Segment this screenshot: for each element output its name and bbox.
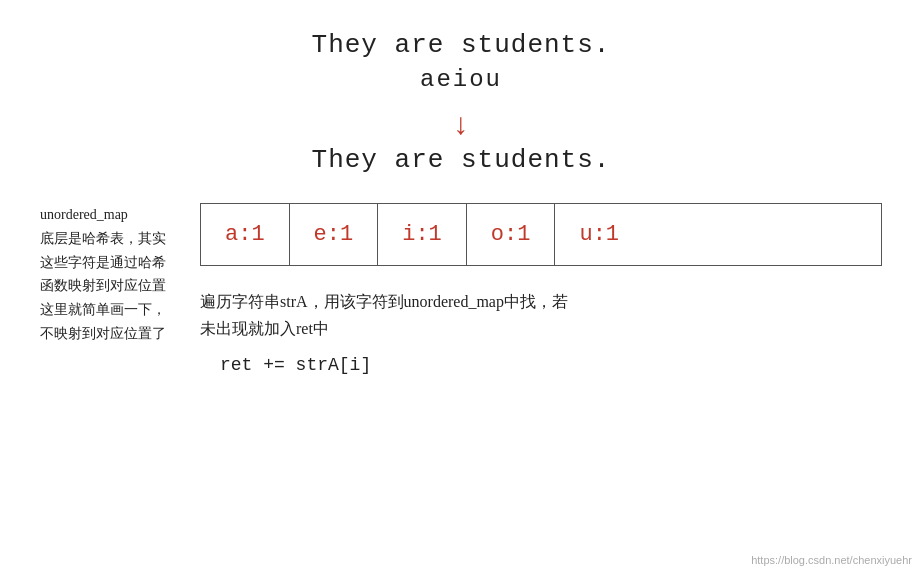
- sidebar-line5: 这里就简单画一下，: [40, 298, 180, 322]
- top-sentence: They are students.: [40, 30, 882, 60]
- sidebar-line4: 函数映射到对应位置: [40, 274, 180, 298]
- hash-cell-o: o:1: [467, 204, 556, 265]
- description-line1: 遍历字符串strA，用该字符到unordered_map中找，若: [200, 288, 882, 315]
- main-container: They are students. aeiou ↓ They are stud…: [0, 0, 922, 574]
- vowels-line: aeiou: [40, 66, 882, 93]
- watermark: https://blog.csdn.net/chenxiyuehr: [751, 554, 912, 566]
- hash-table-container: a:1 e:1 i:1 o:1 u:1 遍历字符串strA，用该字符到unord…: [200, 193, 882, 381]
- description-line2: 未出现就加入ret中: [200, 315, 882, 342]
- description-section: 遍历字符串strA，用该字符到unordered_map中找，若 未出现就加入r…: [200, 288, 882, 381]
- arrow-down-icon: ↓: [40, 111, 882, 141]
- bottom-sentence: They are students.: [40, 145, 882, 175]
- hash-table: a:1 e:1 i:1 o:1 u:1: [200, 203, 882, 266]
- sidebar-line1: unordered_map: [40, 203, 180, 227]
- code-line: ret += strA[i]: [220, 350, 882, 381]
- sidebar-line2: 底层是哈希表，其实: [40, 227, 180, 251]
- hash-cell-u: u:1: [555, 204, 643, 265]
- middle-section: unordered_map 底层是哈希表，其实 这些字符是通过哈希 函数映射到对…: [40, 193, 882, 381]
- sidebar-description: unordered_map 底层是哈希表，其实 这些字符是通过哈希 函数映射到对…: [40, 203, 180, 346]
- hash-cell-i: i:1: [378, 204, 467, 265]
- arrow-symbol: ↓: [452, 111, 470, 141]
- hash-cell-e: e:1: [290, 204, 379, 265]
- sidebar-line6: 不映射到对应位置了: [40, 322, 180, 346]
- sidebar-line3: 这些字符是通过哈希: [40, 251, 180, 275]
- hash-cell-a: a:1: [201, 204, 290, 265]
